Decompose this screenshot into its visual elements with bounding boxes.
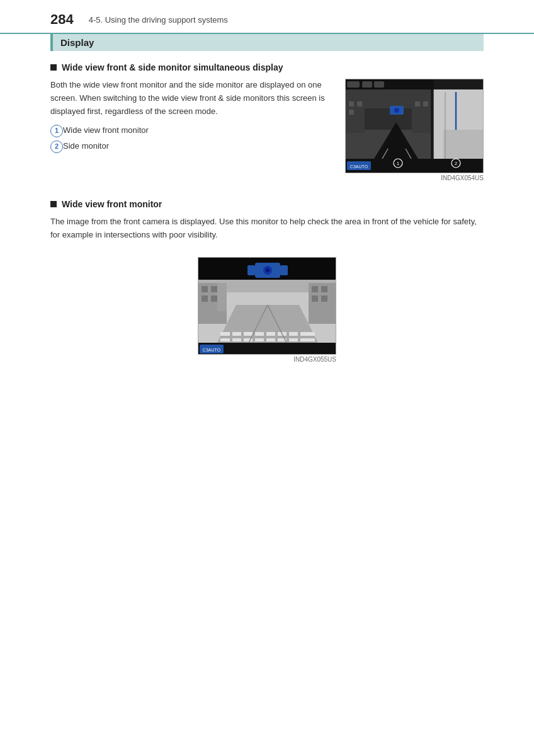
svg-rect-40: [202, 286, 208, 292]
subsection-body-simultaneous: Both the wide view front monitor and the…: [50, 79, 484, 181]
list-label-1: Wide view front monitor: [63, 124, 149, 137]
image-container-split: C3AUTO 1 2: [345, 79, 484, 181]
svg-rect-51: [220, 332, 315, 336]
svg-rect-57: [275, 332, 278, 342]
section-header: Display: [50, 34, 484, 51]
subsection-text-wide: The image from the front camera is displ…: [50, 215, 484, 242]
svg-rect-4: [374, 81, 384, 88]
subsection-wide-front: Wide view front monitor The image from t…: [50, 199, 484, 363]
svg-rect-46: [312, 286, 318, 292]
image-code-split: IND4GX054US: [345, 175, 484, 181]
header-title: 4-5. Using the driving support systems: [89, 15, 228, 25]
svg-rect-58: [287, 332, 289, 342]
monitor-image-split: C3AUTO 1 2: [345, 79, 484, 173]
content-area: Display Wide view front & side monitor s…: [0, 34, 534, 406]
svg-rect-56: [264, 332, 266, 342]
svg-rect-25: [443, 130, 484, 159]
svg-rect-59: [298, 332, 300, 342]
monitor-image-wide-wrapper: C3AUTO IND4GX055US: [198, 251, 336, 363]
svg-rect-53: [230, 332, 232, 342]
subsection-description-simultaneous: Both the wide view front monitor and the…: [50, 79, 332, 156]
svg-rect-16: [357, 101, 362, 106]
svg-rect-49: [321, 295, 327, 302]
svg-rect-63: [247, 265, 255, 275]
svg-rect-15: [349, 101, 354, 106]
list-item-2: 2 Side monitor: [50, 140, 332, 153]
list-label-2: Side monitor: [63, 140, 109, 153]
svg-rect-41: [211, 286, 217, 292]
svg-text:1: 1: [397, 161, 400, 166]
image-container-wide: C3AUTO IND4GX055US: [50, 251, 484, 363]
svg-point-62: [266, 268, 270, 272]
page-header: 284 4-5. Using the driving support syste…: [0, 0, 534, 34]
svg-rect-17: [349, 110, 354, 115]
svg-rect-2: [347, 81, 360, 88]
page-number: 284: [50, 11, 74, 28]
svg-rect-42: [202, 295, 208, 302]
svg-text:2: 2: [455, 161, 458, 166]
page: 284 4-5. Using the driving support syste…: [0, 0, 534, 756]
section-label: Display: [60, 37, 94, 48]
callout-1: 1: [50, 125, 63, 137]
list-item-1: 1 Wide view front monitor: [50, 124, 332, 137]
svg-rect-48: [312, 295, 318, 302]
svg-rect-43: [211, 295, 217, 302]
svg-rect-44: [217, 283, 227, 311]
svg-rect-54: [241, 332, 244, 342]
monitor-image-wide: C3AUTO: [198, 257, 336, 355]
svg-text:C3AUTO: C3AUTO: [203, 348, 221, 352]
list-items: 1 Wide view front monitor 2 Side monitor: [50, 124, 332, 153]
svg-rect-52: [220, 338, 315, 341]
subsection-title-simultaneous: Wide view front & side monitor simultane…: [50, 62, 484, 72]
image-code-wide: IND4GX055US: [198, 356, 336, 363]
svg-text:C3AUTO: C3AUTO: [350, 164, 368, 169]
subsection-title-wide-text: Wide view front monitor: [62, 199, 162, 209]
subsection-title-text: Wide view front & side monitor simultane…: [62, 62, 283, 72]
callout-2: 2: [50, 140, 63, 153]
subsection-title-wide: Wide view front monitor: [50, 199, 484, 209]
svg-rect-20: [423, 101, 428, 106]
subsection-simultaneous: Wide view front & side monitor simultane…: [50, 62, 484, 181]
svg-point-11: [394, 108, 399, 113]
svg-rect-47: [321, 286, 327, 292]
svg-rect-64: [280, 265, 288, 275]
svg-rect-19: [415, 101, 420, 106]
bullet-icon: [50, 64, 57, 71]
svg-rect-3: [362, 81, 372, 88]
bullet-icon-2: [50, 201, 57, 207]
